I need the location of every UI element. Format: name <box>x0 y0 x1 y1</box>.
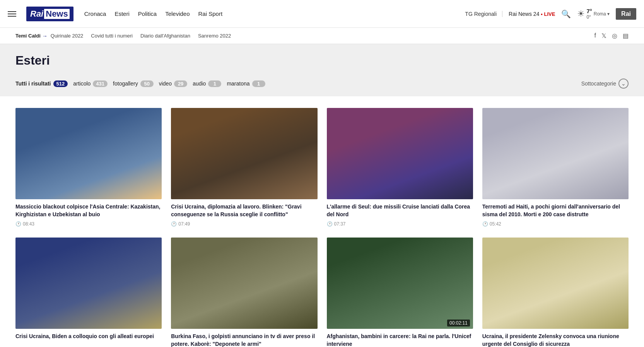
nav-raisport[interactable]: Rai Sport <box>198 10 223 17</box>
video-duration-n7: 00:02:11 <box>447 320 470 326</box>
search-button[interactable]: 🔍 <box>561 9 571 19</box>
news-title-n3: L'allarme di Seul: due missili Cruise la… <box>327 203 473 218</box>
temi-caldi-arrow: → <box>42 33 48 39</box>
filter-tutti-count: 512 <box>53 80 68 87</box>
weather-widget[interactable]: ☀ 7° 0° Roma ▾ <box>577 8 610 20</box>
facebook-icon[interactable]: f <box>594 32 596 39</box>
news-image-n1 <box>15 108 162 199</box>
hamburger-menu[interactable] <box>8 11 16 17</box>
news-title-n5: Crisi Ucraina, Biden a colloquio con gli… <box>15 333 162 340</box>
filter-maratona[interactable]: maratona 1 <box>227 80 265 87</box>
filter-video-label: video <box>159 80 172 87</box>
clock-icon: 🕐 <box>171 221 177 227</box>
clock-icon: 🕐 <box>15 221 21 227</box>
news-card-n6[interactable]: Burkina Faso, i golpisti annunciano in t… <box>171 238 317 347</box>
filter-tutti-label: Tutti i risultati <box>15 80 51 87</box>
news-image-n5 <box>15 238 162 329</box>
weather-icon: ☀ <box>577 9 585 19</box>
page-header: Esteri <box>0 44 644 75</box>
logo-link[interactable]: Rai News <box>26 7 73 21</box>
filter-audio-count: 1 <box>208 80 221 87</box>
news-image-n2 <box>171 108 317 199</box>
news-card-n3[interactable]: L'allarme di Seul: due missili Cruise la… <box>327 108 473 227</box>
news-time-n1: 🕐 08:43 <box>15 221 162 227</box>
news-time-n2: 🕐 07:49 <box>171 221 317 227</box>
main-nav: Cronaca Esteri Politica Televideo Rai Sp… <box>84 10 458 17</box>
sottocategorie-chevron-icon: ⌄ <box>618 79 629 89</box>
secondary-link-quirinale[interactable]: Quirinale 2022 <box>51 33 84 39</box>
temp-main: 7° <box>586 8 592 14</box>
news-card-n7[interactable]: 00:02:11 Afghanistan, bambini in carcere… <box>327 238 473 347</box>
news-image-n7: 00:02:11 <box>327 238 473 329</box>
rai-news24-label[interactable]: Rai News 24 • LIVE <box>509 11 555 17</box>
filter-fotogallery-label: fotogallery <box>113 80 138 87</box>
twitter-icon[interactable]: 𝕏 <box>601 32 606 39</box>
news-card-n5[interactable]: Crisi Ucraina, Biden a colloquio con gli… <box>15 238 162 347</box>
nav-esteri[interactable]: Esteri <box>114 10 129 17</box>
filter-fotogallery-count: 50 <box>140 80 154 87</box>
nav-politica[interactable]: Politica <box>138 10 157 17</box>
logo-rai-text: Rai <box>30 9 43 19</box>
tg-regionali-link[interactable]: TG Regionali <box>465 11 502 17</box>
main-content: Massiccio blackout colpisce l'Asia Centr… <box>0 96 644 347</box>
temi-caldi-label[interactable]: Temi Caldi → <box>15 33 48 39</box>
filter-articolo-count: 431 <box>93 80 108 87</box>
logo-news-text: News <box>44 9 69 19</box>
filter-articolo-label: articolo <box>73 80 91 87</box>
filter-maratona-label: maratona <box>227 80 249 87</box>
news-time-n3: 🕐 07:37 <box>327 221 473 227</box>
filter-video[interactable]: video 29 <box>159 80 187 87</box>
secondary-link-afghanistan[interactable]: Diario dall'Afghanistan <box>140 33 190 39</box>
social-icons: f 𝕏 ◎ ▤ <box>594 32 629 39</box>
news-grid: Massiccio blackout colpisce l'Asia Centr… <box>15 108 629 347</box>
news-title-n8: Ucraina, il presidente Zelensky convoca … <box>482 333 629 347</box>
news-title-n4: Terremoti ad Haiti, a pochi giorni dall'… <box>482 203 629 218</box>
clock-icon: 🕐 <box>482 221 488 227</box>
secondary-link-sanremo[interactable]: Sanremo 2022 <box>198 33 231 39</box>
news-image-n8 <box>482 238 629 329</box>
news-image-n6 <box>171 238 317 329</box>
news-image-n3 <box>327 108 473 199</box>
page-title: Esteri <box>15 53 629 75</box>
news-title-n6: Burkina Faso, i golpisti annunciano in t… <box>171 333 317 347</box>
filter-bar: Tutti i risultati 512 articolo 431 fotog… <box>0 75 644 96</box>
filter-video-count: 29 <box>174 80 187 87</box>
news-title-n1: Massiccio blackout colpisce l'Asia Centr… <box>15 203 162 218</box>
filter-audio-label: audio <box>193 80 206 87</box>
news-card-n1[interactable]: Massiccio blackout colpisce l'Asia Centr… <box>15 108 162 227</box>
filter-audio[interactable]: audio 1 <box>193 80 221 87</box>
filter-articolo[interactable]: articolo 431 <box>73 80 108 87</box>
nav-cronaca[interactable]: Cronaca <box>84 10 106 17</box>
secondary-nav: Temi Caldi → Quirinale 2022 Covid tutti … <box>0 28 644 44</box>
rss-icon[interactable]: ▤ <box>623 32 629 39</box>
news-title-n2: Crisi Ucraina, diplomazia al lavoro. Bli… <box>171 203 317 218</box>
news-time-n4: 🕐 05:42 <box>482 221 629 227</box>
header-right: TG Regionali Rai News 24 • LIVE 🔍 ☀ 7° 0… <box>465 8 636 20</box>
news-card-n4[interactable]: Terremoti ad Haiti, a pochi giorni dall'… <box>482 108 629 227</box>
sottocategorie-toggle[interactable]: Sottocategorie ⌄ <box>581 79 629 89</box>
instagram-icon[interactable]: ◎ <box>612 32 617 39</box>
rai-brand-logo: Rai <box>616 8 636 20</box>
filter-fotogallery[interactable]: fotogallery 50 <box>113 80 154 87</box>
city-label[interactable]: Roma ▾ <box>594 11 610 17</box>
news-card-n2[interactable]: Crisi Ucraina, diplomazia al lavoro. Bli… <box>171 108 317 227</box>
news-image-n4 <box>482 108 629 199</box>
secondary-link-covid[interactable]: Covid tutti i numeri <box>91 33 133 39</box>
temp-low: 0° <box>586 14 592 20</box>
clock-icon: 🕐 <box>327 221 333 227</box>
secondary-links: Quirinale 2022 Covid tutti i numeri Diar… <box>51 33 231 39</box>
news-card-n8[interactable]: Ucraina, il presidente Zelensky convoca … <box>482 238 629 347</box>
filter-tutti[interactable]: Tutti i risultati 512 <box>15 80 68 87</box>
news-title-n7: Afghanistan, bambini in carcere: la Rai … <box>327 333 473 347</box>
nav-televideo[interactable]: Televideo <box>165 10 190 17</box>
filter-maratona-count: 1 <box>252 80 265 87</box>
site-header: Rai News Cronaca Esteri Politica Televid… <box>0 0 644 28</box>
